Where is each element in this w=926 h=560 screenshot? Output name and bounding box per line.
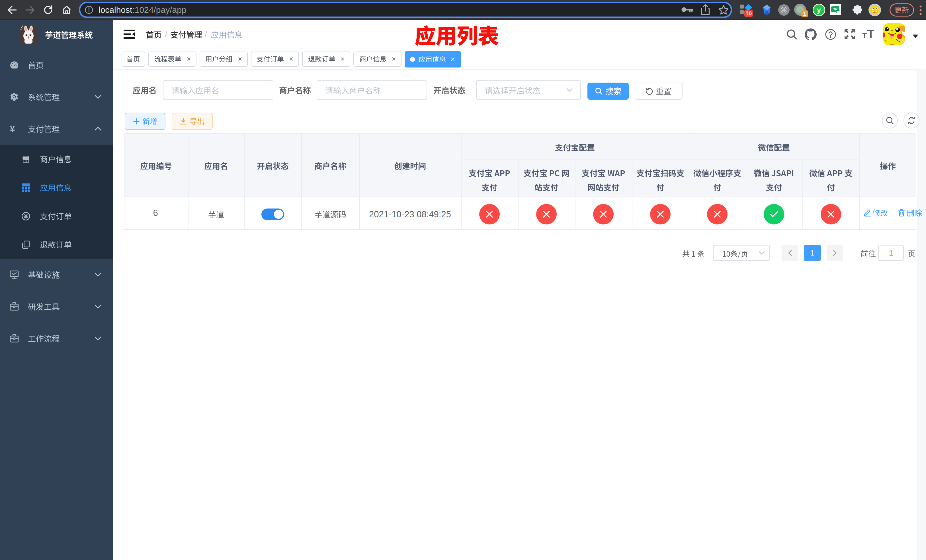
svg-text:y: y xyxy=(817,6,821,14)
svg-text:⌘: ⌘ xyxy=(781,6,787,14)
svg-text:1: 1 xyxy=(803,11,806,17)
svg-text:10: 10 xyxy=(746,10,752,17)
